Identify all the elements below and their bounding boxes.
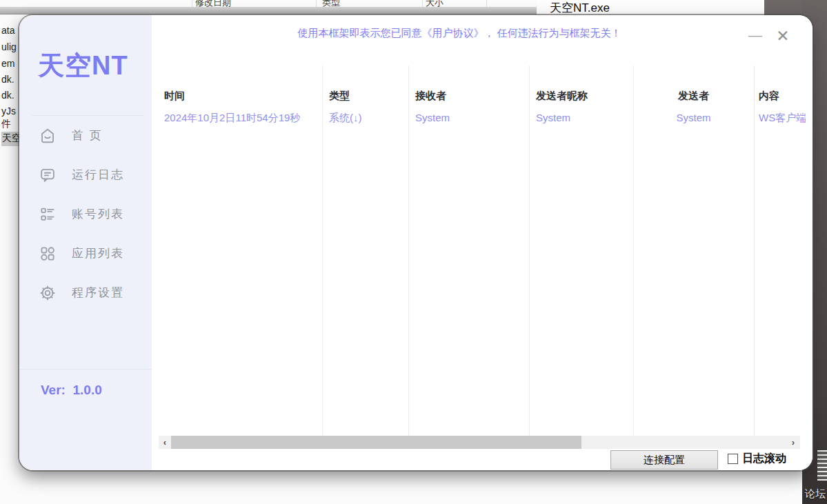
forum-shortcut-icon[interactable] bbox=[817, 450, 827, 481]
table-cell: System bbox=[633, 112, 754, 123]
app-window: 天空NT 首 页 bbox=[19, 15, 813, 470]
sidebar: 天空NT 首 页 bbox=[19, 15, 152, 470]
bg-file-name: dk. bbox=[1, 90, 14, 101]
explorer-separator bbox=[422, 0, 423, 7]
explorer-separator bbox=[316, 0, 317, 7]
bg-file-name: ulig bbox=[1, 41, 17, 52]
connect-config-button[interactable]: 连接配置 bbox=[610, 450, 718, 470]
table-column-receiver: 接收者 System bbox=[415, 90, 526, 123]
minimize-button[interactable]: — bbox=[748, 30, 763, 43]
scroll-left-arrow-icon[interactable]: ‹ bbox=[159, 436, 171, 449]
home-icon bbox=[39, 127, 57, 145]
sidebar-item-settings[interactable]: 程序设置 bbox=[19, 273, 152, 312]
version-label: Ver: 1.0.0 bbox=[41, 383, 102, 398]
app-grid-icon bbox=[39, 245, 57, 263]
sidebar-item-home[interactable]: 首 页 bbox=[19, 116, 152, 155]
background-window-titlebar: 天空NT.exe bbox=[537, 0, 764, 15]
horizontal-scrollbar[interactable]: ‹ › bbox=[159, 436, 800, 449]
table-cell: 系统(↓) bbox=[329, 112, 405, 125]
sidebar-item-app-list[interactable]: 应用列表 bbox=[19, 234, 152, 273]
sidebar-item-label: 首 页 bbox=[72, 128, 103, 143]
background-window-title: 天空NT.exe bbox=[550, 0, 610, 16]
table-cell: 2024年10月2日11时54分19秒 bbox=[164, 112, 319, 125]
log-scroll-label: 日志滚动 bbox=[742, 452, 786, 466]
column-header: 时间 bbox=[164, 90, 319, 103]
column-header: 发送者昵称 bbox=[536, 90, 630, 103]
scrollbar-thumb[interactable] bbox=[171, 436, 581, 449]
table-cell: WS客户端 bbox=[759, 112, 813, 125]
column-header: 类型 bbox=[329, 90, 405, 103]
column-separator bbox=[754, 65, 755, 436]
bg-file-name: em bbox=[1, 58, 14, 69]
table-column-time: 时间 2024年10月2日11时54分19秒 bbox=[164, 90, 319, 125]
table-cell: System bbox=[536, 112, 630, 123]
sidebar-item-label: 运行日志 bbox=[72, 167, 124, 183]
table-column-content: 内容 WS客户端 bbox=[759, 90, 813, 125]
sidebar-menu: 首 页 运行日志 bbox=[19, 116, 152, 312]
bg-file-name: 件 bbox=[1, 118, 11, 130]
account-list-icon bbox=[39, 205, 57, 223]
forum-shortcut-label: 论坛 bbox=[805, 487, 826, 501]
column-separator bbox=[529, 65, 530, 436]
sidebar-divider bbox=[19, 369, 152, 370]
sidebar-item-label: 程序设置 bbox=[72, 285, 124, 301]
explorer-header-band bbox=[0, 7, 537, 14]
gear-icon bbox=[39, 284, 57, 302]
scroll-right-arrow-icon[interactable]: › bbox=[787, 436, 799, 449]
explorer-separator bbox=[192, 0, 192, 7]
column-header: 发送者 bbox=[633, 90, 754, 103]
agreement-notice: 使用本框架即表示您已同意《用户协议》， 任何违法行为与框架无关！ bbox=[152, 27, 813, 40]
table-column-sender-nick: 发送者昵称 System bbox=[536, 90, 630, 123]
app-logo: 天空NT bbox=[38, 48, 128, 83]
sidebar-item-account-list[interactable]: 账号列表 bbox=[19, 194, 152, 234]
sidebar-item-label: 应用列表 bbox=[72, 245, 124, 261]
table-cell: System bbox=[415, 112, 526, 123]
log-bubble-icon bbox=[39, 166, 57, 184]
close-button[interactable]: ✕ bbox=[775, 28, 791, 44]
sidebar-item-label: 账号列表 bbox=[72, 206, 124, 222]
sidebar-item-run-log[interactable]: 运行日志 bbox=[19, 155, 152, 194]
explorer-separator bbox=[486, 0, 487, 7]
column-separator bbox=[322, 65, 323, 436]
column-header: 内容 bbox=[759, 90, 813, 103]
main-panel: 使用本框架即表示您已同意《用户协议》， 任何违法行为与框架无关！ — ✕ 时间 … bbox=[152, 15, 813, 470]
bg-file-name: dk. bbox=[1, 74, 14, 85]
column-separator bbox=[408, 65, 409, 436]
table-column-sender: 发送者 System bbox=[633, 90, 754, 123]
table-column-type: 类型 系统(↓) bbox=[329, 90, 405, 125]
log-scroll-checkbox[interactable] bbox=[728, 454, 738, 464]
column-header: 接收者 bbox=[415, 90, 526, 103]
bg-file-name: yJs bbox=[1, 105, 16, 117]
bg-file-name: ata bbox=[1, 25, 14, 36]
